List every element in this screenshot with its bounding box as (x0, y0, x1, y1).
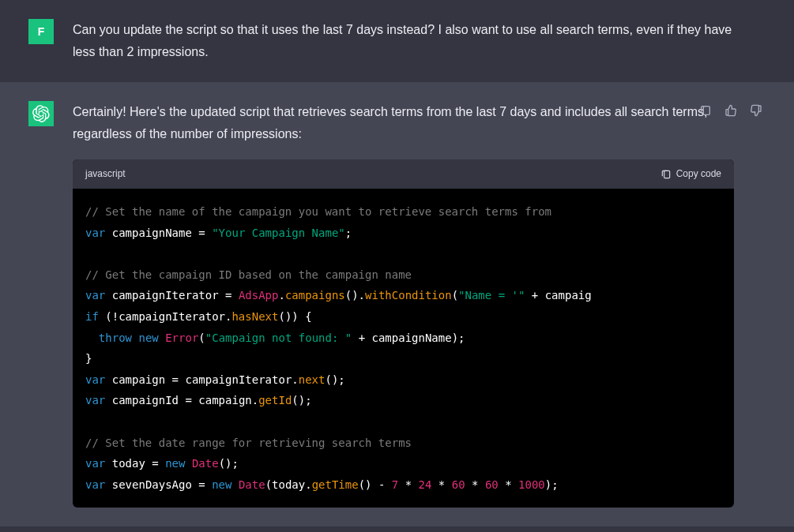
code-token: Error (165, 332, 198, 344)
svg-rect-1 (703, 107, 709, 115)
user-avatar-letter: F (38, 25, 45, 38)
code-token: 1000 (518, 478, 545, 491)
code-token: 60 (452, 478, 465, 491)
code-token: . (278, 289, 284, 302)
clipboard-icon (699, 104, 712, 117)
thumbs-up-icon (724, 104, 737, 117)
code-token: ); (545, 478, 559, 491)
svg-rect-0 (664, 170, 669, 178)
code-token: = (145, 457, 165, 470)
code-token: getTime (312, 478, 359, 491)
copy-code-button[interactable]: Copy code (660, 166, 721, 182)
code-token: var (85, 227, 105, 239)
code-token: hasNext (231, 310, 278, 323)
code-token: ()) { (278, 310, 311, 323)
thumbs-up-button[interactable] (721, 101, 740, 120)
assistant-avatar (28, 101, 54, 126)
code-token: var (85, 289, 105, 302)
user-message-row: F Can you update the script so that it u… (0, 0, 794, 82)
code-token: "Your Campaign Name" (212, 227, 345, 239)
code-token: * (499, 478, 518, 491)
code-token: = campaign. (179, 394, 258, 406)
code-token (105, 289, 111, 302)
code-token: today (112, 457, 145, 470)
code-token: throw (99, 332, 132, 344)
code-token (231, 478, 238, 491)
code-token: ; (345, 227, 352, 239)
code-token: campaign (112, 373, 165, 386)
code-token: * (431, 478, 451, 491)
code-token: next (299, 373, 326, 386)
code-token: var (85, 394, 105, 406)
code-token (105, 373, 111, 386)
code-token (105, 478, 111, 491)
code-body[interactable]: // Set the name of the campaign you want… (73, 189, 734, 508)
code-token: // Set the date range for retrieving sea… (85, 436, 412, 449)
code-token: (); (292, 394, 311, 406)
code-token: (); (219, 457, 239, 470)
code-token: } (85, 352, 92, 365)
code-token: ( (198, 332, 205, 344)
assistant-message-row: Certainly! Here's the updated script tha… (0, 82, 794, 526)
code-token (159, 332, 165, 344)
code-token: new (212, 478, 231, 491)
code-token: "Campaign not found: " (205, 332, 352, 344)
code-token: = (219, 289, 239, 302)
code-header: javascript Copy code (73, 159, 734, 189)
code-token: new (165, 457, 185, 470)
code-token: var (85, 478, 105, 491)
clipboard-icon (660, 169, 672, 180)
code-token (105, 227, 111, 239)
code-token: + campaignName); (352, 332, 465, 344)
code-token: ( (452, 289, 458, 302)
copy-message-button[interactable] (696, 101, 715, 120)
code-token: // Get the campaign ID based on the camp… (85, 268, 412, 281)
code-token: campaignName (112, 227, 192, 239)
code-token: campaignId (112, 394, 179, 406)
code-token: = (192, 478, 212, 491)
code-token: = campaignIterator. (165, 373, 299, 386)
code-token: * (465, 478, 485, 491)
code-token: (!campaignIterator. (99, 310, 232, 323)
code-token: Date (239, 478, 265, 491)
thumbs-down-icon (750, 104, 762, 117)
copy-code-label: Copy code (676, 166, 721, 182)
code-token: var (85, 373, 105, 386)
code-token: if (85, 310, 99, 323)
code-token: var (85, 457, 105, 470)
code-block: javascript Copy code // Set the name of … (73, 159, 734, 508)
user-avatar: F (28, 19, 54, 44)
code-token: () - (359, 478, 392, 491)
code-token: 7 (392, 478, 398, 491)
code-token: new (138, 332, 158, 344)
code-token: (); (325, 373, 344, 386)
code-token (185, 457, 191, 470)
code-token: AdsApp (239, 289, 279, 302)
code-token (105, 457, 111, 470)
code-token: // Set the name of the campaign you want… (85, 205, 551, 218)
openai-icon (32, 105, 50, 122)
code-token: = (192, 227, 212, 239)
code-token: withCondition (365, 289, 452, 302)
code-token: 60 (485, 478, 499, 491)
assistant-message-text: Certainly! Here's the updated script tha… (73, 101, 734, 145)
code-token: * (398, 478, 418, 491)
code-token: sevenDaysAgo (112, 478, 192, 491)
code-token: + campaig (525, 289, 591, 302)
message-actions (696, 101, 766, 120)
assistant-message-content: Certainly! Here's the updated script tha… (73, 101, 766, 508)
code-token: getId (258, 394, 292, 406)
code-token: 24 (419, 478, 432, 491)
user-message-text: Can you update the script so that it use… (73, 19, 766, 63)
thumbs-down-button[interactable] (747, 101, 766, 120)
code-token: (today. (265, 478, 312, 491)
code-token: campaigns (285, 289, 345, 302)
code-token: "Name = '" (458, 289, 525, 302)
code-token: (). (345, 289, 365, 302)
code-language-label: javascript (85, 166, 126, 182)
code-token: campaignIterator (112, 289, 219, 302)
code-token: Date (192, 457, 219, 470)
code-token (85, 332, 99, 344)
code-token (105, 394, 111, 406)
